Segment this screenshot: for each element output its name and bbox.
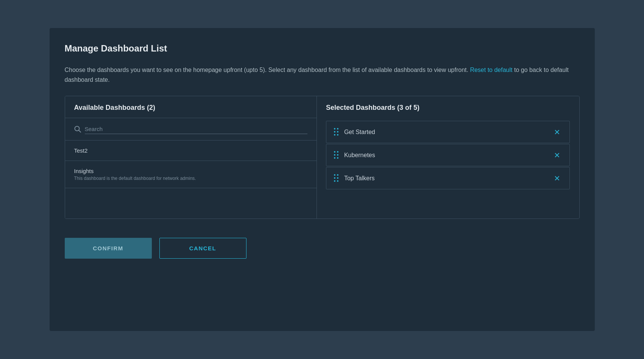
available-panel-header: Available Dashboards (2)	[65, 96, 317, 118]
modal-title: Manage Dashboard List	[65, 43, 580, 54]
modal-description: Choose the dashboards you want to see on…	[65, 65, 580, 84]
available-item-name: Test2	[74, 147, 307, 154]
list-item: Top Talkers ✕	[326, 167, 570, 189]
selected-panel-header: Selected Dashboards (3 of 5)	[326, 104, 570, 118]
available-empty-space	[65, 188, 317, 219]
drag-handle-icon[interactable]	[334, 151, 339, 159]
search-icon	[74, 126, 81, 133]
available-item-description: This dashboard is the default dashboard …	[74, 176, 307, 181]
selected-items-list: Get Started ✕ Kubernetes ✕	[326, 121, 570, 189]
dashboard-panels-container: Available Dashboards (2) Test2 Insights …	[65, 96, 580, 219]
available-dashboards-panel: Available Dashboards (2) Test2 Insights …	[65, 96, 317, 219]
selected-item-name: Kubernetes	[344, 152, 547, 159]
confirm-button[interactable]: CONFIRM	[65, 238, 152, 259]
reset-to-default-link[interactable]: Reset to default	[470, 67, 512, 73]
drag-handle-icon[interactable]	[334, 128, 339, 136]
available-item-name: Insights	[74, 168, 307, 174]
manage-dashboard-modal: Manage Dashboard List Choose the dashboa…	[50, 28, 595, 331]
remove-item-button[interactable]: ✕	[552, 151, 562, 159]
drag-handle-icon[interactable]	[334, 174, 339, 182]
available-items-list: Test2 Insights This dashboard is the def…	[65, 140, 317, 219]
selected-dashboards-panel: Selected Dashboards (3 of 5) Get Started…	[317, 96, 579, 219]
footer-buttons: CONFIRM CANCEL	[65, 238, 580, 259]
remove-item-button[interactable]: ✕	[552, 175, 562, 182]
selected-item-name: Top Talkers	[344, 175, 547, 182]
list-item[interactable]: Insights This dashboard is the default d…	[65, 161, 317, 188]
selected-item-name: Get Started	[344, 129, 547, 136]
list-item: Get Started ✕	[326, 121, 570, 143]
list-item: Kubernetes ✕	[326, 144, 570, 166]
search-area	[65, 118, 317, 140]
list-item[interactable]: Test2	[65, 140, 317, 161]
svg-line-1	[79, 130, 81, 132]
remove-item-button[interactable]: ✕	[552, 128, 562, 136]
search-input[interactable]	[85, 124, 307, 134]
description-text-part1: Choose the dashboards you want to see on…	[65, 67, 468, 73]
cancel-button[interactable]: CANCEL	[159, 238, 246, 259]
